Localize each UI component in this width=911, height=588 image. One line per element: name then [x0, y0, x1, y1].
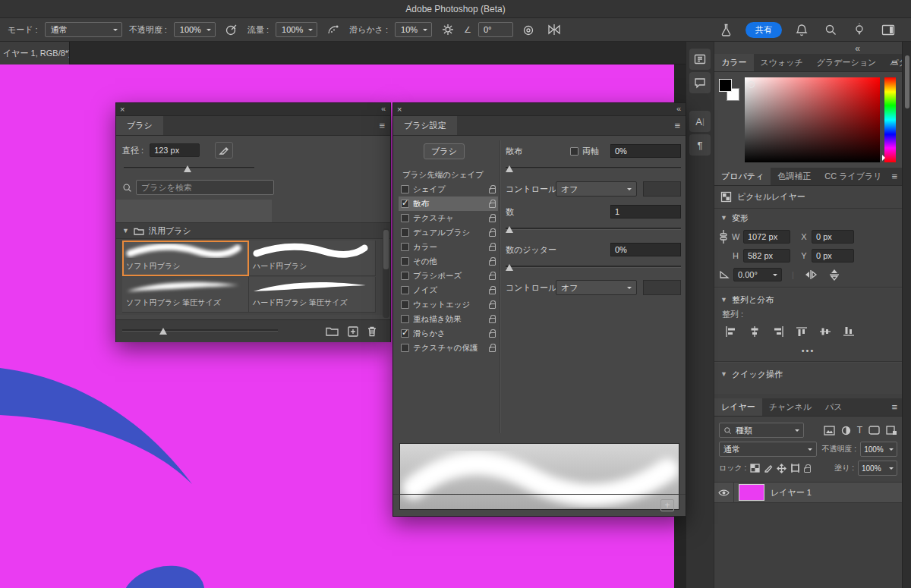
- lock-icon[interactable]: [489, 303, 496, 309]
- align-section-header[interactable]: ▼ 整列と分布: [714, 291, 902, 309]
- scatter-slider[interactable]: [506, 165, 681, 174]
- checkbox[interactable]: [401, 214, 409, 222]
- beta-flask-icon[interactable]: [717, 21, 735, 38]
- option-scattering[interactable]: 散布: [399, 197, 498, 211]
- layer-name[interactable]: レイヤー 1: [771, 487, 812, 498]
- lock-icon[interactable]: [489, 217, 496, 222]
- align-center-horizontal-icon[interactable]: [749, 326, 761, 337]
- tab-channels[interactable]: チャンネル: [762, 398, 818, 416]
- align-left-icon[interactable]: [725, 326, 737, 337]
- mode-select[interactable]: 通常: [45, 22, 122, 37]
- scrollbar-thumb[interactable]: [905, 55, 909, 108]
- checkbox[interactable]: [401, 344, 409, 352]
- lock-icon[interactable]: [489, 347, 496, 352]
- close-icon[interactable]: ×: [120, 104, 125, 115]
- lock-artboard-icon[interactable]: [790, 464, 800, 473]
- document-tab[interactable]: イヤー 1, RGB/8*): [0, 42, 70, 64]
- filter-pixel-layers-icon[interactable]: [824, 426, 835, 435]
- option-brush-pose[interactable]: ブラシポーズ: [399, 269, 498, 283]
- paragraph-panel-icon[interactable]: ¶: [689, 134, 711, 156]
- option-color-dynamics[interactable]: カラー: [399, 240, 498, 254]
- panel-scrollbar[interactable]: [902, 42, 911, 588]
- tab-adjustments[interactable]: 色調補正: [771, 168, 818, 185]
- control-select[interactable]: オフ: [556, 181, 637, 197]
- lock-icon[interactable]: [489, 318, 496, 323]
- count-value-field[interactable]: 1: [610, 205, 681, 219]
- thumbnail-size-slider[interactable]: [122, 327, 278, 336]
- panel-menu-icon[interactable]: ≡: [379, 120, 385, 131]
- brush-settings-header[interactable]: × «: [393, 103, 686, 116]
- tab-properties[interactable]: プロパティ: [714, 168, 771, 185]
- option-protect-texture[interactable]: テクスチャの保護: [399, 341, 498, 355]
- color-field-cursor[interactable]: [748, 81, 755, 88]
- align-right-icon[interactable]: [772, 326, 784, 337]
- transform-section-header[interactable]: ▼ 変形: [714, 209, 902, 227]
- option-tip-shape[interactable]: ブラシ先端のシェイプ: [399, 168, 498, 182]
- new-brush-icon[interactable]: [348, 326, 358, 337]
- tab-cc-libraries[interactable]: CC ライブラリ: [818, 168, 888, 185]
- control-select-2[interactable]: オフ: [556, 280, 637, 295]
- checkbox[interactable]: [401, 286, 409, 294]
- checkbox[interactable]: [401, 300, 409, 309]
- brush-group-header[interactable]: ▼ 汎用ブラシ: [116, 222, 390, 239]
- option-wet-edges[interactable]: ウェットエッジ: [399, 297, 498, 312]
- option-shape-dynamics[interactable]: シェイプ: [399, 182, 498, 197]
- lock-icon[interactable]: [489, 332, 496, 338]
- foreground-background-swatches[interactable]: [718, 78, 742, 110]
- layer-filter-select[interactable]: 種類: [719, 423, 804, 438]
- trash-icon[interactable]: [367, 326, 377, 337]
- diameter-slider[interactable]: [124, 165, 254, 174]
- lock-icon[interactable]: [489, 275, 496, 280]
- filter-smart-objects-icon[interactable]: [886, 426, 897, 435]
- brush-tile-hard-round[interactable]: ハード円ブラシ: [249, 241, 376, 276]
- option-texture[interactable]: テクスチャ: [399, 211, 498, 225]
- tab-swatches[interactable]: スウォッチ: [754, 54, 810, 71]
- checkbox[interactable]: [401, 185, 409, 193]
- both-axes-checkbox[interactable]: [570, 147, 578, 156]
- discover-lamp-icon[interactable]: [850, 21, 868, 38]
- workspace-switcher-icon[interactable]: [879, 21, 897, 38]
- blend-mode-select[interactable]: 通常: [719, 442, 817, 457]
- new-group-folder-icon[interactable]: [326, 326, 339, 336]
- bell-icon[interactable]: [793, 21, 811, 38]
- lock-position-icon[interactable]: [777, 464, 786, 473]
- scatter-value-field[interactable]: 0%: [610, 144, 681, 158]
- comments-panel-icon[interactable]: [689, 72, 711, 93]
- more-options-button[interactable]: •••: [714, 341, 902, 358]
- opacity-select[interactable]: 100%: [174, 22, 216, 37]
- tab-paths[interactable]: パス: [818, 398, 850, 416]
- slider-handle[interactable]: [184, 165, 191, 172]
- align-center-vertical-icon[interactable]: [819, 326, 831, 337]
- panel-menu-icon[interactable]: ≡: [674, 120, 680, 131]
- create-new-brush-icon[interactable]: +: [660, 499, 674, 511]
- filter-adjustment-layers-icon[interactable]: [841, 426, 851, 435]
- option-build-up[interactable]: 重ね描き効果: [399, 312, 498, 326]
- panel-menu-icon[interactable]: ≡: [891, 401, 897, 413]
- lock-icon[interactable]: [489, 203, 496, 208]
- brushes-button[interactable]: ブラシ: [424, 143, 465, 159]
- checkbox[interactable]: [401, 243, 409, 251]
- history-panel-icon[interactable]: [689, 49, 711, 70]
- checkbox[interactable]: [401, 257, 409, 266]
- filter-shape-layers-icon[interactable]: [868, 426, 880, 435]
- collapse-icon[interactable]: «: [676, 104, 680, 113]
- link-dimensions-icon[interactable]: [719, 228, 728, 245]
- y-field[interactable]: 0 px: [812, 249, 854, 263]
- rotation-angle-select[interactable]: 0.00°: [733, 268, 782, 281]
- panel-menu-icon[interactable]: ≡: [891, 171, 897, 182]
- tab-gradients[interactable]: グラデーション: [810, 54, 884, 71]
- layer-visibility-toggle[interactable]: [714, 482, 734, 503]
- checkbox[interactable]: [401, 329, 409, 338]
- symmetry-icon[interactable]: [545, 21, 563, 38]
- width-field[interactable]: 1072 px: [743, 230, 790, 244]
- slider-handle[interactable]: [506, 165, 513, 172]
- lock-icon[interactable]: [489, 231, 496, 237]
- smoothing-select[interactable]: 10%: [395, 22, 432, 37]
- tab-color[interactable]: カラー: [714, 54, 754, 71]
- slider-handle[interactable]: [506, 226, 513, 233]
- filter-type-layers-icon[interactable]: T: [857, 425, 862, 435]
- foreground-color-swatch[interactable]: [719, 79, 732, 92]
- lock-all-icon[interactable]: [804, 467, 811, 473]
- saturation-brightness-field[interactable]: [745, 77, 880, 162]
- airbrush-icon[interactable]: [324, 21, 342, 38]
